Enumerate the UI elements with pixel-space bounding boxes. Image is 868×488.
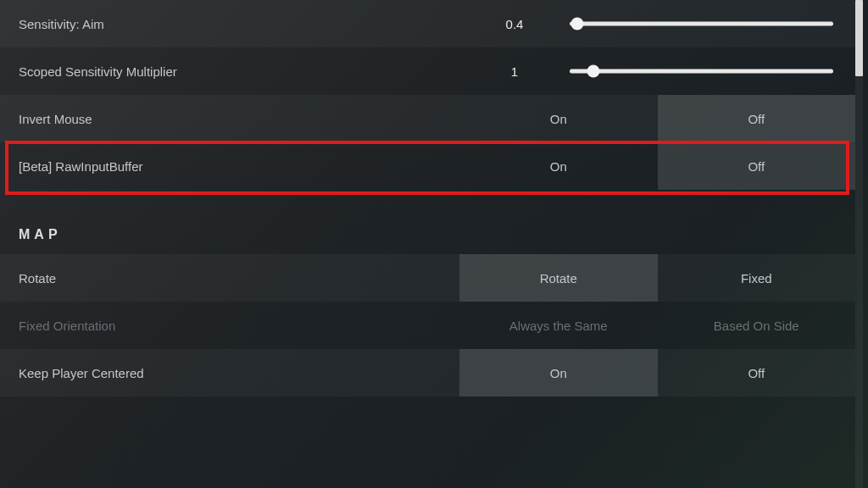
label-keep-player-centered: Keep Player Centered: [19, 366, 459, 380]
slider-track: [570, 69, 833, 74]
label-sensitivity-aim: Sensitivity: Aim: [19, 17, 459, 31]
slider-track: [570, 22, 833, 26]
value-scoped-sensitivity[interactable]: 1: [459, 64, 570, 79]
scrollbar-vertical[interactable]: [855, 0, 863, 488]
option-invert-mouse-on[interactable]: On: [459, 95, 658, 142]
row-scoped-sensitivity: Scoped Sensitivity Multiplier 1: [0, 47, 855, 95]
label-rotate: Rotate: [19, 271, 459, 286]
option-rotate-fixed[interactable]: Fixed: [658, 254, 856, 302]
section-header-map: MAP: [0, 215, 855, 254]
row-rotate: Rotate Rotate Fixed: [0, 254, 855, 302]
slider-scoped-sensitivity[interactable]: [570, 63, 855, 80]
option-keep-centered-off[interactable]: Off: [658, 349, 856, 396]
row-invert-mouse: Invert Mouse On Off: [0, 95, 855, 142]
scrollbar-thumb[interactable]: [855, 0, 863, 76]
slider-sensitivity-aim[interactable]: [570, 15, 855, 32]
row-keep-player-centered: Keep Player Centered On Off: [0, 349, 855, 396]
option-rotate-rotate[interactable]: Rotate: [459, 254, 658, 302]
label-invert-mouse: Invert Mouse: [19, 112, 459, 126]
slider-thumb[interactable]: [571, 18, 584, 30]
label-fixed-orientation: Fixed Orientation: [19, 319, 459, 333]
label-raw-input-buffer: [Beta] RawInputBuffer: [19, 159, 459, 174]
option-invert-mouse-off[interactable]: Off: [658, 95, 856, 142]
settings-panel: Sensitivity: Aim 0.4 Scoped Sensitivity …: [0, 0, 855, 488]
label-scoped-sensitivity: Scoped Sensitivity Multiplier: [19, 64, 459, 79]
section-gap: [0, 190, 855, 215]
option-keep-centered-on[interactable]: On: [459, 349, 658, 396]
row-sensitivity-aim: Sensitivity: Aim 0.4: [0, 0, 855, 47]
option-fixed-orientation-same: Always the Same: [459, 302, 658, 349]
row-raw-input-buffer: [Beta] RawInputBuffer On Off: [0, 142, 855, 190]
option-raw-input-on[interactable]: On: [459, 142, 658, 190]
row-fixed-orientation: Fixed Orientation Always the Same Based …: [0, 302, 855, 349]
option-fixed-orientation-side: Based On Side: [658, 302, 856, 349]
slider-thumb[interactable]: [587, 65, 599, 78]
option-raw-input-off[interactable]: Off: [658, 142, 856, 190]
value-sensitivity-aim[interactable]: 0.4: [459, 17, 570, 31]
